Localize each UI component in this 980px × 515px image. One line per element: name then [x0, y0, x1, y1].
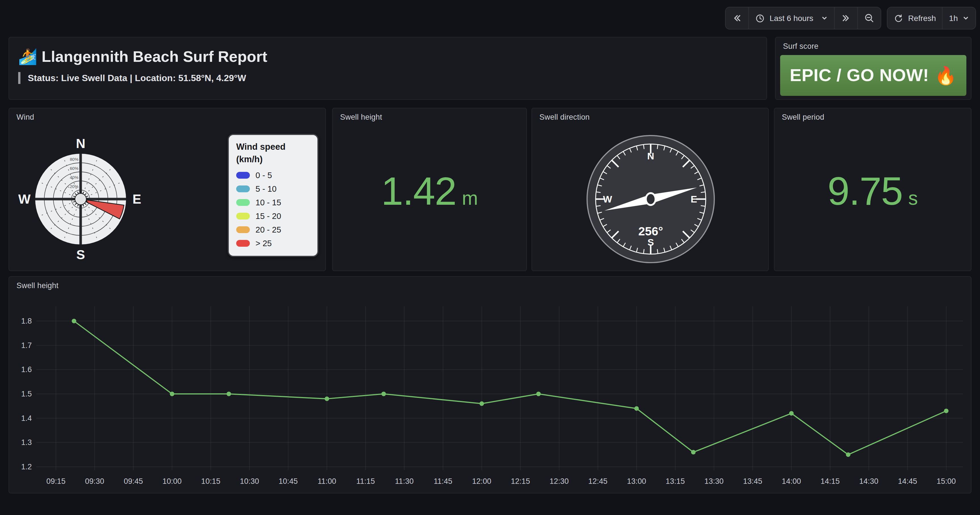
svg-text:09:15: 09:15	[46, 477, 65, 485]
swell-height-timeseries-panel: Swell height 09:1509:3009:4510:0010:1510…	[8, 276, 972, 493]
svg-text:13:15: 13:15	[666, 477, 685, 485]
wind-rose-chart: 20%40%60%80%NESW	[15, 134, 146, 264]
svg-text:S: S	[648, 237, 654, 247]
svg-text:11:45: 11:45	[434, 477, 452, 485]
svg-text:11:30: 11:30	[395, 477, 414, 485]
svg-text:14:15: 14:15	[821, 477, 840, 485]
legend-swatch	[236, 172, 250, 179]
svg-text:13:30: 13:30	[704, 477, 724, 485]
fire-emoji: 🔥	[935, 65, 957, 86]
refresh-group: Refresh 1h	[887, 7, 976, 30]
svg-text:80%: 80%	[70, 157, 78, 162]
time-range-group: Last 6 hours	[725, 7, 881, 30]
wind-legend-title: Wind speed (km/h)	[236, 141, 310, 166]
refresh-interval-dropdown[interactable]: 1h	[942, 7, 975, 29]
wind-legend-item: > 25	[236, 239, 310, 248]
status-text: Status: Live Swell Data | Location: 51.5…	[28, 73, 246, 83]
svg-text:20%: 20%	[70, 184, 78, 189]
svg-text:14:30: 14:30	[859, 477, 879, 485]
svg-text:12:00: 12:00	[472, 477, 492, 485]
dashboard: Last 6 hours Refresh	[0, 0, 980, 515]
swell-period-stat-panel: Swell period 9.75 s	[774, 108, 972, 271]
svg-text:12:30: 12:30	[550, 477, 569, 485]
zoom-out-icon	[864, 13, 875, 23]
wind-panel: Wind 20%40%60%80%NESW Wind speed (km/h) …	[8, 108, 326, 271]
svg-text:12:15: 12:15	[511, 477, 530, 485]
legend-swatch	[236, 213, 250, 220]
chevron-down-icon	[821, 15, 828, 22]
legend-label: > 25	[256, 239, 272, 248]
chevrons-right-icon	[841, 13, 851, 23]
svg-text:1.3: 1.3	[21, 438, 32, 447]
dashboard-title: 🏄 Llangennith Beach Surf Report	[18, 48, 757, 66]
wind-legend-item: 20 - 25	[236, 225, 310, 234]
zoom-out-time-button[interactable]	[858, 7, 881, 29]
swell-height-stat-title: Swell height	[340, 113, 382, 121]
surfer-emoji: 🏄	[18, 48, 37, 65]
wind-legend-item: 0 - 5	[236, 171, 310, 180]
chevron-down-icon	[963, 15, 969, 22]
swell-height-value: 1.42	[381, 168, 456, 214]
time-shift-back-button[interactable]	[726, 7, 749, 29]
legend-label: 10 - 15	[256, 198, 281, 207]
legend-swatch	[236, 226, 250, 233]
header-text-panel: 🏄 Llangennith Beach Surf Report Status: …	[8, 37, 767, 100]
surf-score-value: EPIC / GO NOW!	[790, 65, 929, 86]
timeseries-chart-canvas[interactable]: 09:1509:3009:4510:0010:1510:3010:4511:00…	[14, 294, 967, 490]
quote-bar	[18, 72, 21, 84]
chevrons-left-icon	[732, 13, 742, 23]
clock-icon	[756, 13, 765, 23]
svg-text:13:00: 13:00	[627, 477, 646, 485]
time-range-picker-button[interactable]: Last 6 hours	[749, 7, 834, 29]
swell-height-unit: m	[462, 187, 478, 209]
refresh-button[interactable]: Refresh	[888, 7, 942, 29]
svg-text:09:45: 09:45	[124, 477, 143, 485]
svg-text:10:00: 10:00	[162, 477, 182, 485]
refresh-label: Refresh	[908, 14, 936, 23]
swell-direction-panel-title: Swell direction	[539, 113, 590, 121]
time-shift-forward-button[interactable]	[834, 7, 858, 29]
legend-label: 5 - 10	[256, 184, 277, 193]
svg-text:1.6: 1.6	[21, 365, 32, 374]
surf-score-panel-title: Surf score	[783, 42, 818, 51]
status-line: Status: Live Swell Data | Location: 51.5…	[18, 72, 757, 84]
time-controls-toolbar: Last 6 hours Refresh	[725, 7, 976, 30]
svg-text:1.7: 1.7	[21, 341, 32, 350]
svg-text:N: N	[76, 136, 85, 151]
timeseries-panel-title: Swell height	[16, 281, 59, 290]
svg-text:14:00: 14:00	[782, 477, 801, 485]
svg-text:S: S	[76, 247, 85, 262]
svg-text:1.8: 1.8	[21, 317, 32, 325]
svg-text:1.2: 1.2	[21, 463, 32, 471]
svg-text:E: E	[691, 194, 697, 204]
swell-direction-compass: NESW256°	[582, 131, 719, 267]
refresh-interval-value: 1h	[949, 14, 958, 23]
legend-swatch	[236, 185, 250, 192]
legend-label: 0 - 5	[256, 171, 272, 180]
refresh-icon	[894, 13, 904, 23]
legend-swatch	[236, 240, 250, 247]
wind-speed-legend: Wind speed (km/h) 0 - 55 - 1010 - 1515 -…	[228, 134, 318, 257]
swell-period-value: 9.75	[827, 168, 903, 214]
svg-text:11:00: 11:00	[318, 477, 336, 485]
surf-score-value-box: EPIC / GO NOW! 🔥	[780, 55, 966, 96]
svg-text:10:30: 10:30	[240, 477, 259, 485]
swell-direction-panel: Swell direction NESW256°	[531, 108, 769, 271]
legend-label: 20 - 25	[256, 225, 281, 234]
wind-legend-item: 15 - 20	[236, 212, 310, 221]
dashboard-title-text: Llangennith Beach Surf Report	[41, 48, 267, 65]
svg-text:256°: 256°	[638, 225, 663, 238]
svg-text:10:15: 10:15	[201, 477, 221, 485]
wind-legend-item: 5 - 10	[236, 184, 310, 193]
svg-text:1.4: 1.4	[21, 414, 32, 423]
swell-height-stat-panel: Swell height 1.42 m	[332, 108, 527, 271]
svg-text:W: W	[18, 192, 31, 206]
svg-text:12:45: 12:45	[588, 477, 608, 485]
wind-legend-items: 0 - 55 - 1010 - 1515 - 2020 - 25> 25	[236, 171, 310, 248]
svg-text:10:45: 10:45	[278, 477, 298, 485]
svg-text:11:15: 11:15	[356, 477, 375, 485]
wind-panel-title: Wind	[16, 113, 34, 121]
svg-text:N: N	[647, 151, 654, 162]
svg-text:1.5: 1.5	[21, 390, 32, 398]
surf-score-panel: Surf score EPIC / GO NOW! 🔥	[775, 37, 972, 100]
